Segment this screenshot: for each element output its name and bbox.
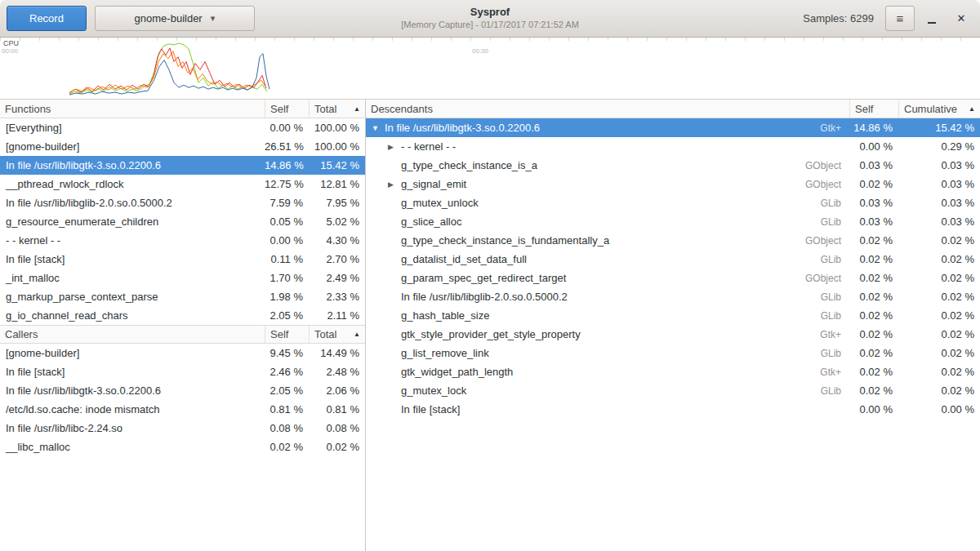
descendants-table-header: Descendants Self Cumulative ▲ [366,100,980,118]
descendant-row[interactable]: In file [stack] 0.00 % 0.00 % [366,400,980,419]
column-header-callers[interactable]: Callers [0,326,265,343]
caller-name: __libc_malloc [0,441,265,453]
function-name: g_mutex_lock [401,384,466,397]
column-header-total[interactable]: Total ▲ [309,326,365,343]
self-percent: 9.45 % [265,347,309,359]
total-percent: 5.02 % [309,216,365,228]
function-row[interactable]: In file [stack] 0.11 % 2.70 % [0,250,365,269]
function-row[interactable]: [gnome-builder] 26.51 % 100.00 % [0,137,365,156]
self-percent: 0.00 % [265,234,309,247]
cumulative-percent: 0.03 % [898,216,980,228]
function-name: In file /usr/lib/libgtk-3.so.0.2200.6 [0,159,265,171]
cumulative-percent: 0.29 % [898,140,980,153]
caller-row[interactable]: __libc_malloc 0.02 % 0.02 % [0,438,365,456]
total-percent: 2.70 % [309,253,365,265]
expander-icon[interactable]: ▼ [372,124,385,132]
function-row[interactable]: In file /usr/lib/libgtk-3.so.0.2200.6 14… [0,156,365,175]
function-name: g_hash_table_size [401,309,489,322]
total-percent: 2.11 % [309,309,365,322]
function-name: - - kernel - - [401,140,456,153]
column-header-self[interactable]: Self [265,100,309,118]
menu-button[interactable]: ≡ [885,6,915,31]
self-percent: 2.05 % [265,309,309,322]
total-percent: 2.06 % [309,384,365,397]
total-percent: 100.00 % [309,122,365,134]
function-row[interactable]: - - kernel - - 0.00 % 4.30 % [0,231,365,250]
total-percent: 7.95 % [309,197,365,209]
function-row[interactable]: g_io_channel_read_chars 2.05 % 2.11 % [0,306,365,325]
descendant-row[interactable]: ▶ - - kernel - - 0.00 % 0.29 % [366,137,980,156]
descendant-row[interactable]: ▼ In file /usr/lib/libgtk-3.so.0.2200.6 … [366,118,980,137]
total-percent: 14.49 % [309,347,365,359]
self-percent: 0.05 % [265,216,309,228]
minimize-button[interactable] [920,7,944,31]
library-label: GLib [821,310,849,322]
total-percent: 15.42 % [309,159,365,171]
function-name: In file /usr/lib/libgtk-3.so.0.2200.6 [385,122,540,134]
window-subtitle: [Memory Capture] - 01/17/2017 07:21:52 A… [401,20,579,29]
descendant-row[interactable]: gtk_widget_path_length Gtk+ 0.02 % 0.02 … [366,362,980,381]
cpu-graph[interactable]: CPU 00:00 00:30 [0,38,980,100]
descendant-row[interactable]: g_type_check_instance_is_fundamentally_a… [366,231,980,250]
record-button[interactable]: Record [7,6,87,31]
function-row[interactable]: _int_malloc 1.70 % 2.49 % [0,269,365,287]
function-row[interactable]: g_markup_parse_context_parse 1.98 % 2.33… [0,287,365,306]
descendant-row[interactable]: g_hash_table_size GLib 0.02 % 0.02 % [366,306,980,325]
function-row[interactable]: g_resource_enumerate_children 0.05 % 5.0… [0,212,365,231]
self-percent: 2.46 % [265,366,309,378]
column-header-cumulative[interactable]: Cumulative ▲ [898,100,980,118]
self-percent: 0.00 % [849,140,898,153]
cumulative-percent: 0.02 % [898,328,980,340]
library-label: Gtk+ [820,367,849,378]
caller-name: In file [stack] [0,366,265,378]
column-header-self[interactable]: Self [849,100,898,118]
cpu-graph-svg [0,38,980,99]
function-row[interactable]: [Everything] 0.00 % 100.00 % [0,118,365,137]
self-percent: 0.11 % [265,253,309,265]
close-button[interactable]: ✕ [949,7,973,31]
title-block: Sysprof [Memory Capture] - 01/17/2017 07… [401,6,579,29]
self-percent: 2.05 % [265,384,309,397]
caller-row[interactable]: In file [stack] 2.46 % 2.48 % [0,362,365,381]
expander-icon[interactable]: ▶ [388,143,401,151]
column-header-total[interactable]: Total ▲ [309,100,365,118]
self-percent: 0.02 % [849,178,898,190]
descendant-row[interactable]: g_param_spec_get_redirect_target GObject… [366,269,980,287]
self-percent: 1.70 % [265,272,309,284]
caller-row[interactable]: [gnome-builder] 9.45 % 14.49 % [0,344,365,362]
descendant-row[interactable]: g_slice_alloc GLib 0.03 % 0.03 % [366,212,980,231]
process-selector[interactable]: gnome-builder ▾ [95,6,255,31]
caller-row[interactable]: In file /usr/lib/libc-2.24.so 0.08 % 0.0… [0,419,365,438]
library-label: GLib [821,385,849,397]
function-name: - - kernel - - [0,234,265,247]
function-name: g_mutex_unlock [401,197,479,209]
library-label: GObject [805,179,849,190]
descendant-row[interactable]: g_mutex_lock GLib 0.02 % 0.02 % [366,381,980,400]
total-percent: 100.00 % [309,140,365,153]
function-row[interactable]: In file /usr/lib/libglib-2.0.so.0.5000.2… [0,193,365,212]
library-label: GLib [821,254,849,265]
function-name: g_slice_alloc [401,216,461,228]
cumulative-percent: 0.02 % [898,384,980,397]
caller-row[interactable]: In file /usr/lib/libgtk-3.so.0.2200.6 2.… [0,381,365,400]
column-header-functions[interactable]: Functions [0,100,265,118]
descendant-row[interactable]: gtk_style_provider_get_style_property Gt… [366,325,980,344]
function-name: _int_malloc [0,272,265,284]
caller-name: In file /usr/lib/libgtk-3.so.0.2200.6 [0,384,265,397]
descendant-row[interactable]: g_datalist_id_set_data_full GLib 0.02 % … [366,250,980,269]
descendant-row[interactable]: g_mutex_unlock GLib 0.03 % 0.03 % [366,193,980,212]
function-row[interactable]: __pthread_rwlock_rdlock 12.75 % 12.81 % [0,175,365,193]
expander-icon[interactable]: ▶ [388,180,401,189]
self-percent: 0.02 % [849,253,898,265]
descendant-row[interactable]: g_type_check_instance_is_a GObject 0.03 … [366,156,980,175]
descendant-row[interactable]: g_list_remove_link GLib 0.02 % 0.02 % [366,344,980,362]
descendant-row[interactable]: ▶ g_signal_emit GObject 0.02 % 0.03 % [366,175,980,193]
column-header-self[interactable]: Self [265,326,309,343]
caller-row[interactable]: /etc/ld.so.cache: inode mismatch 0.81 % … [0,400,365,419]
column-header-descendants[interactable]: Descendants [366,100,849,118]
total-percent: 2.33 % [309,291,365,303]
descendant-row[interactable]: In file /usr/lib/libglib-2.0.so.0.5000.2… [366,287,980,306]
function-name: __pthread_rwlock_rdlock [0,178,265,190]
function-name: g_datalist_id_set_data_full [401,253,527,265]
self-percent: 0.03 % [849,197,898,209]
